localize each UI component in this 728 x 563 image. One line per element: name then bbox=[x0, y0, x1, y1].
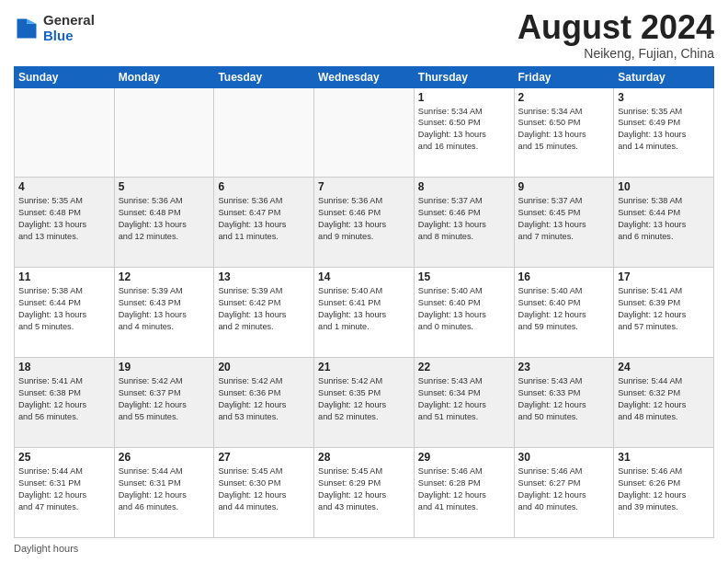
day-info: Sunrise: 5:35 AM Sunset: 6:49 PM Dayligh… bbox=[618, 106, 710, 154]
calendar-header-row: SundayMondayTuesdayWednesdayThursdayFrid… bbox=[15, 66, 714, 87]
logo-icon bbox=[14, 16, 40, 41]
calendar-cell: 10Sunrise: 5:38 AM Sunset: 6:44 PM Dayli… bbox=[614, 178, 714, 268]
calendar-day-header: Saturday bbox=[614, 66, 714, 87]
day-number: 2 bbox=[518, 91, 610, 104]
day-number: 24 bbox=[618, 361, 710, 373]
day-number: 28 bbox=[318, 451, 410, 464]
day-number: 20 bbox=[218, 361, 310, 373]
day-number: 17 bbox=[618, 270, 710, 283]
calendar-cell: 11Sunrise: 5:38 AM Sunset: 6:44 PM Dayli… bbox=[15, 268, 115, 358]
calendar-cell: 28Sunrise: 5:45 AM Sunset: 6:29 PM Dayli… bbox=[314, 448, 415, 538]
calendar-cell: 24Sunrise: 5:44 AM Sunset: 6:32 PM Dayli… bbox=[614, 358, 714, 448]
day-info: Sunrise: 5:43 AM Sunset: 6:34 PM Dayligh… bbox=[418, 375, 510, 423]
calendar-cell: 19Sunrise: 5:42 AM Sunset: 6:37 PM Dayli… bbox=[114, 358, 214, 448]
calendar-week-row: 18Sunrise: 5:41 AM Sunset: 6:38 PM Dayli… bbox=[15, 358, 714, 448]
calendar-cell: 17Sunrise: 5:41 AM Sunset: 6:39 PM Dayli… bbox=[614, 268, 714, 358]
calendar-week-row: 4Sunrise: 5:35 AM Sunset: 6:48 PM Daylig… bbox=[15, 178, 714, 268]
calendar-cell: 1Sunrise: 5:34 AM Sunset: 6:50 PM Daylig… bbox=[414, 87, 514, 178]
day-number: 10 bbox=[618, 180, 710, 193]
calendar-cell: 15Sunrise: 5:40 AM Sunset: 6:40 PM Dayli… bbox=[414, 268, 514, 358]
logo: General Blue bbox=[14, 13, 95, 43]
day-number: 30 bbox=[518, 451, 610, 464]
day-number: 26 bbox=[119, 451, 210, 464]
day-number: 5 bbox=[119, 180, 210, 193]
header: General Blue August 2024 Neikeng, Fujian… bbox=[14, 9, 714, 61]
day-number: 21 bbox=[318, 361, 410, 373]
calendar-cell: 12Sunrise: 5:39 AM Sunset: 6:43 PM Dayli… bbox=[114, 268, 214, 358]
day-number: 18 bbox=[18, 361, 110, 373]
calendar-day-header: Monday bbox=[114, 66, 214, 87]
calendar-cell: 7Sunrise: 5:36 AM Sunset: 6:46 PM Daylig… bbox=[314, 178, 415, 268]
calendar-cell: 23Sunrise: 5:43 AM Sunset: 6:33 PM Dayli… bbox=[514, 358, 614, 448]
day-number: 14 bbox=[318, 270, 410, 283]
day-number: 8 bbox=[418, 180, 510, 193]
calendar-cell: 6Sunrise: 5:36 AM Sunset: 6:47 PM Daylig… bbox=[214, 178, 314, 268]
calendar-cell: 27Sunrise: 5:45 AM Sunset: 6:30 PM Dayli… bbox=[214, 448, 314, 538]
calendar-cell: 29Sunrise: 5:46 AM Sunset: 6:28 PM Dayli… bbox=[414, 448, 514, 538]
calendar-cell: 5Sunrise: 5:36 AM Sunset: 6:48 PM Daylig… bbox=[114, 178, 214, 268]
day-number: 31 bbox=[618, 451, 710, 464]
logo-blue: Blue bbox=[43, 29, 95, 44]
calendar-day-header: Wednesday bbox=[314, 66, 415, 87]
day-info: Sunrise: 5:34 AM Sunset: 6:50 PM Dayligh… bbox=[518, 106, 610, 154]
day-number: 13 bbox=[218, 270, 310, 283]
day-number: 23 bbox=[518, 361, 610, 373]
day-number: 15 bbox=[418, 270, 510, 283]
calendar-cell: 25Sunrise: 5:44 AM Sunset: 6:31 PM Dayli… bbox=[15, 448, 115, 538]
day-number: 16 bbox=[518, 270, 610, 283]
calendar-page: General Blue August 2024 Neikeng, Fujian… bbox=[0, 0, 728, 563]
logo-general: General bbox=[43, 13, 95, 29]
calendar-cell bbox=[15, 87, 115, 178]
day-info: Sunrise: 5:46 AM Sunset: 6:26 PM Dayligh… bbox=[618, 465, 710, 513]
day-number: 29 bbox=[418, 451, 510, 464]
day-info: Sunrise: 5:36 AM Sunset: 6:47 PM Dayligh… bbox=[218, 195, 310, 243]
calendar-cell: 4Sunrise: 5:35 AM Sunset: 6:48 PM Daylig… bbox=[15, 178, 115, 268]
calendar-cell bbox=[314, 87, 415, 178]
day-info: Sunrise: 5:42 AM Sunset: 6:37 PM Dayligh… bbox=[119, 375, 210, 423]
day-info: Sunrise: 5:34 AM Sunset: 6:50 PM Dayligh… bbox=[418, 106, 510, 154]
calendar-cell: 3Sunrise: 5:35 AM Sunset: 6:49 PM Daylig… bbox=[614, 87, 714, 178]
day-info: Sunrise: 5:39 AM Sunset: 6:42 PM Dayligh… bbox=[218, 285, 310, 333]
day-info: Sunrise: 5:40 AM Sunset: 6:40 PM Dayligh… bbox=[518, 285, 610, 333]
calendar-day-header: Friday bbox=[514, 66, 614, 87]
day-number: 9 bbox=[518, 180, 610, 193]
calendar-cell: 13Sunrise: 5:39 AM Sunset: 6:42 PM Dayli… bbox=[214, 268, 314, 358]
day-info: Sunrise: 5:36 AM Sunset: 6:48 PM Dayligh… bbox=[119, 195, 210, 243]
day-info: Sunrise: 5:45 AM Sunset: 6:30 PM Dayligh… bbox=[218, 465, 310, 513]
day-number: 19 bbox=[119, 361, 210, 373]
day-info: Sunrise: 5:44 AM Sunset: 6:31 PM Dayligh… bbox=[18, 465, 110, 513]
day-info: Sunrise: 5:35 AM Sunset: 6:48 PM Dayligh… bbox=[18, 195, 110, 243]
day-info: Sunrise: 5:41 AM Sunset: 6:38 PM Dayligh… bbox=[18, 375, 110, 423]
calendar-cell bbox=[114, 87, 214, 178]
day-info: Sunrise: 5:37 AM Sunset: 6:46 PM Dayligh… bbox=[418, 195, 510, 243]
svg-marker-1 bbox=[27, 18, 37, 23]
day-info: Sunrise: 5:39 AM Sunset: 6:43 PM Dayligh… bbox=[119, 285, 210, 333]
calendar-table: SundayMondayTuesdayWednesdayThursdayFrid… bbox=[14, 66, 714, 538]
calendar-cell bbox=[214, 87, 314, 178]
calendar-day-header: Sunday bbox=[15, 66, 115, 87]
day-number: 12 bbox=[119, 270, 210, 283]
calendar-cell: 22Sunrise: 5:43 AM Sunset: 6:34 PM Dayli… bbox=[414, 358, 514, 448]
day-info: Sunrise: 5:44 AM Sunset: 6:31 PM Dayligh… bbox=[119, 465, 210, 513]
day-info: Sunrise: 5:44 AM Sunset: 6:32 PM Dayligh… bbox=[618, 375, 710, 423]
day-number: 25 bbox=[18, 451, 110, 464]
month-title: August 2024 bbox=[518, 9, 714, 46]
day-info: Sunrise: 5:38 AM Sunset: 6:44 PM Dayligh… bbox=[618, 195, 710, 243]
title-block: August 2024 Neikeng, Fujian, China bbox=[518, 9, 714, 61]
calendar-week-row: 1Sunrise: 5:34 AM Sunset: 6:50 PM Daylig… bbox=[15, 87, 714, 178]
day-info: Sunrise: 5:42 AM Sunset: 6:35 PM Dayligh… bbox=[318, 375, 410, 423]
footer: Daylight hours bbox=[14, 543, 714, 554]
day-info: Sunrise: 5:40 AM Sunset: 6:40 PM Dayligh… bbox=[418, 285, 510, 333]
day-number: 7 bbox=[318, 180, 410, 193]
calendar-cell: 16Sunrise: 5:40 AM Sunset: 6:40 PM Dayli… bbox=[514, 268, 614, 358]
day-info: Sunrise: 5:42 AM Sunset: 6:36 PM Dayligh… bbox=[218, 375, 310, 423]
day-info: Sunrise: 5:45 AM Sunset: 6:29 PM Dayligh… bbox=[318, 465, 410, 513]
calendar-cell: 30Sunrise: 5:46 AM Sunset: 6:27 PM Dayli… bbox=[514, 448, 614, 538]
calendar-cell: 26Sunrise: 5:44 AM Sunset: 6:31 PM Dayli… bbox=[114, 448, 214, 538]
calendar-day-header: Tuesday bbox=[214, 66, 314, 87]
calendar-cell: 18Sunrise: 5:41 AM Sunset: 6:38 PM Dayli… bbox=[15, 358, 115, 448]
day-info: Sunrise: 5:38 AM Sunset: 6:44 PM Dayligh… bbox=[18, 285, 110, 333]
day-info: Sunrise: 5:43 AM Sunset: 6:33 PM Dayligh… bbox=[518, 375, 610, 423]
day-number: 27 bbox=[218, 451, 310, 464]
calendar-cell: 31Sunrise: 5:46 AM Sunset: 6:26 PM Dayli… bbox=[614, 448, 714, 538]
